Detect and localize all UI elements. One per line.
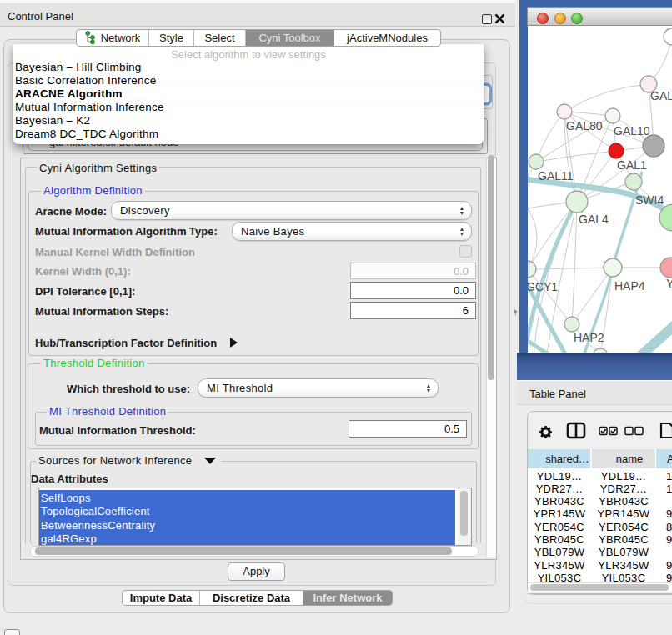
svg-text:HAP4: HAP4 xyxy=(614,279,645,292)
svg-text:GAL10: GAL10 xyxy=(614,124,650,138)
svg-text:GAL80: GAL80 xyxy=(566,119,603,132)
svg-text:GCY1: GCY1 xyxy=(528,280,558,293)
svg-text:HAP2: HAP2 xyxy=(574,331,604,344)
svg-text:GAL11: GAL11 xyxy=(538,169,574,182)
svg-text:SWI4: SWI4 xyxy=(635,193,664,207)
svg-text:GAL4: GAL4 xyxy=(579,212,609,226)
svg-text:GAL1: GAL1 xyxy=(617,158,647,172)
svg-text:GAL7: GAL7 xyxy=(650,89,672,102)
svg-text:YM: YM xyxy=(666,277,672,290)
